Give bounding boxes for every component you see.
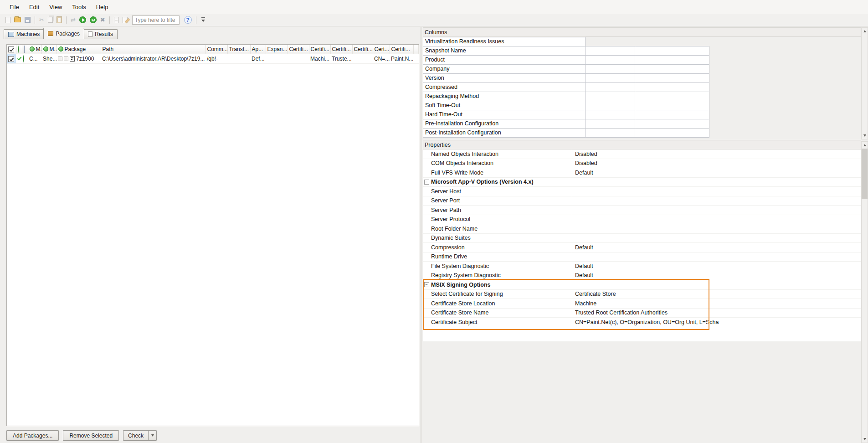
column-cell-2[interactable] bbox=[585, 46, 635, 56]
property-value[interactable]: Default bbox=[572, 271, 861, 280]
property-value[interactable]: Default bbox=[572, 262, 861, 271]
scroll-down-icon[interactable] bbox=[862, 436, 868, 443]
columns-scrollbar[interactable] bbox=[861, 27, 868, 139]
scroll-track[interactable] bbox=[862, 199, 868, 436]
col-header-cert1[interactable]: Certifi... bbox=[288, 45, 309, 54]
property-row[interactable]: − Dynamic Suites bbox=[423, 234, 861, 243]
property-row[interactable]: − Named Objects Interaction Disabled bbox=[423, 149, 861, 159]
columns-row[interactable]: Snapshot Name bbox=[423, 46, 710, 56]
property-value[interactable]: Trusted Root Certification Authorities bbox=[572, 309, 861, 318]
column-cell-3[interactable] bbox=[635, 73, 709, 83]
menu-help[interactable]: Help bbox=[91, 1, 113, 13]
tab-machines[interactable]: Machines bbox=[4, 29, 44, 39]
toolbar-overflow-icon[interactable] bbox=[200, 16, 206, 24]
property-value[interactable] bbox=[572, 252, 861, 262]
col-header-command[interactable]: Comm... bbox=[205, 45, 227, 54]
property-value[interactable] bbox=[572, 196, 861, 206]
columns-row[interactable]: Pre-Installation Configuration bbox=[423, 119, 710, 129]
select-all-checkbox[interactable] bbox=[8, 46, 14, 52]
col-header-cert5[interactable]: Cert... bbox=[373, 45, 390, 54]
property-value[interactable]: Disabled bbox=[572, 159, 861, 168]
property-row[interactable]: − Server Path bbox=[423, 206, 861, 215]
property-value[interactable]: Default bbox=[572, 168, 861, 177]
column-cell-3[interactable] bbox=[635, 119, 709, 129]
property-row[interactable]: − MSIX Signing Options bbox=[423, 280, 861, 290]
property-row[interactable]: − Full VFS Write Mode Default bbox=[423, 168, 861, 178]
save-icon[interactable] bbox=[25, 17, 31, 23]
column-cell-3[interactable] bbox=[635, 64, 709, 74]
columns-row[interactable]: Hard Time-Out bbox=[423, 110, 710, 119]
stop-icon[interactable]: ✖ bbox=[100, 17, 105, 23]
column-name[interactable]: Soft Time-Out bbox=[423, 101, 586, 110]
columns-row[interactable]: Compressed bbox=[423, 82, 710, 92]
column-cell-2[interactable] bbox=[585, 82, 635, 92]
open-folder-icon[interactable] bbox=[14, 17, 21, 22]
menu-tools[interactable]: Tools bbox=[67, 1, 91, 13]
column-cell-3[interactable] bbox=[635, 110, 709, 119]
property-value[interactable] bbox=[572, 224, 861, 233]
property-row[interactable]: − Server Host bbox=[423, 187, 861, 196]
pane-splitter[interactable] bbox=[421, 27, 421, 443]
property-value[interactable] bbox=[572, 234, 861, 243]
col-header-cert3[interactable]: Certifi... bbox=[330, 45, 352, 54]
columns-row[interactable]: Product bbox=[423, 55, 710, 65]
col-header-cert2[interactable]: Certifi... bbox=[309, 45, 330, 54]
filter-input[interactable] bbox=[132, 15, 180, 25]
property-row[interactable]: − File System Diagnostic Default bbox=[423, 262, 861, 271]
property-value[interactable] bbox=[572, 215, 861, 224]
property-row[interactable]: − Server Protocol bbox=[423, 215, 861, 225]
property-row[interactable]: − Certificate Subject CN=Paint.Net(c), O… bbox=[423, 318, 861, 327]
property-row[interactable]: − Compression Default bbox=[423, 243, 861, 252]
columns-row[interactable]: Virtualization Readiness Issues bbox=[423, 37, 710, 46]
new-file-icon[interactable] bbox=[5, 17, 10, 23]
collapse-icon[interactable]: − bbox=[424, 282, 429, 287]
column-name[interactable]: Hard Time-Out bbox=[423, 110, 586, 119]
col-header-transform[interactable]: Transf... bbox=[227, 45, 250, 54]
columns-row[interactable]: Repackaging Method bbox=[423, 92, 710, 101]
transfer-icon[interactable]: ⇄ bbox=[71, 17, 76, 23]
col-header-cert6[interactable]: Certifi... bbox=[390, 45, 413, 54]
column-cell-2[interactable] bbox=[585, 101, 635, 110]
property-row[interactable]: − Server Port bbox=[423, 196, 861, 206]
col-header-app[interactable]: Ap... bbox=[250, 45, 266, 54]
check-button[interactable]: Check bbox=[123, 430, 157, 441]
paste-icon[interactable] bbox=[56, 16, 62, 23]
package-row[interactable]: C... She... 7z1900 C:\Users\administrato… bbox=[7, 54, 419, 63]
copy-icon[interactable] bbox=[48, 17, 53, 23]
columns-row[interactable]: Company bbox=[423, 64, 710, 74]
column-cell-3[interactable] bbox=[635, 82, 709, 92]
property-value[interactable]: CN=Paint.Net(c), O=Organization, OU=Org … bbox=[572, 318, 861, 327]
property-row[interactable]: − Certificate Store Location Machine bbox=[423, 299, 861, 309]
property-row[interactable]: − Runtime Drive bbox=[423, 252, 861, 262]
property-row[interactable]: − Certificate Store Name Trusted Root Ce… bbox=[423, 309, 861, 318]
column-cell-2[interactable] bbox=[585, 119, 635, 129]
column-cell-2[interactable] bbox=[585, 55, 635, 65]
menu-edit[interactable]: Edit bbox=[24, 1, 44, 13]
property-value[interactable] bbox=[572, 206, 861, 215]
row-select-cell[interactable] bbox=[7, 54, 16, 63]
column-name[interactable]: Product bbox=[423, 55, 586, 65]
columns-row[interactable]: Version bbox=[423, 73, 710, 83]
property-row[interactable]: − Select Certificate for Signing Certifi… bbox=[423, 290, 861, 299]
property-value[interactable]: Disabled bbox=[572, 149, 861, 159]
column-cell-2[interactable] bbox=[585, 64, 635, 74]
scroll-up-icon[interactable] bbox=[862, 142, 868, 149]
col-header-select[interactable] bbox=[7, 45, 16, 54]
property-row[interactable]: − COM Objects Interaction Disabled bbox=[423, 159, 861, 169]
column-name[interactable]: Compressed bbox=[423, 82, 586, 92]
property-row[interactable]: − Microsoft App-V Options (Version 4.x) bbox=[423, 178, 861, 187]
column-cell-2[interactable] bbox=[585, 92, 635, 101]
column-name[interactable]: Pre-Installation Configuration bbox=[423, 119, 586, 129]
property-row[interactable]: − Root Folder Name bbox=[423, 224, 861, 234]
scroll-down-icon[interactable] bbox=[862, 132, 868, 139]
column-cell-3[interactable] bbox=[635, 46, 709, 56]
add-packages-button[interactable]: Add Packages... bbox=[6, 430, 59, 441]
column-name[interactable]: Version bbox=[423, 73, 586, 83]
col-header-cert4[interactable]: Certifi... bbox=[352, 45, 373, 54]
property-value[interactable]: Machine bbox=[572, 299, 861, 308]
refresh-icon[interactable] bbox=[90, 16, 97, 23]
run-icon[interactable] bbox=[79, 16, 86, 23]
col-header-machine-icon[interactable] bbox=[22, 45, 28, 54]
tab-results[interactable]: Results bbox=[83, 29, 118, 39]
column-cell-3[interactable] bbox=[635, 92, 709, 101]
